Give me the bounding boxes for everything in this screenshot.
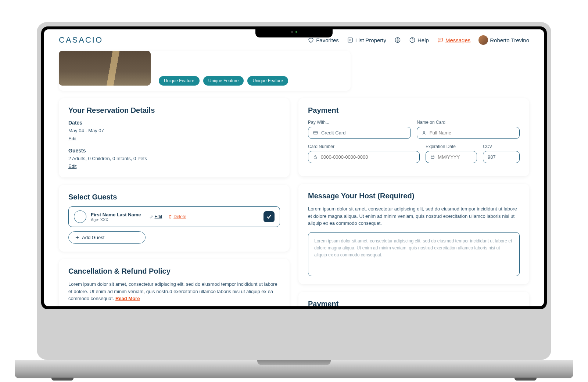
- pay-with-label: Pay With...: [308, 120, 411, 125]
- ccv-input[interactable]: [483, 151, 520, 163]
- message-host-textarea[interactable]: Lorem ipsum dolor sit amet, consectetur …: [308, 232, 520, 276]
- trash-icon: [168, 215, 172, 219]
- guests-label: Guests: [68, 148, 280, 154]
- guest-avatar: [74, 210, 86, 223]
- edit-guests-link[interactable]: Edit: [68, 163, 76, 169]
- card-number-label: Card Number: [308, 144, 420, 149]
- pencil-icon: [149, 215, 154, 219]
- payment-form-title: Payment: [308, 106, 520, 115]
- cancellation-title: Cancellation & Refund Policy: [68, 267, 280, 275]
- property-thumbnail[interactable]: [59, 51, 151, 86]
- edit-dates-link[interactable]: Edit: [68, 136, 76, 141]
- svg-rect-6: [431, 156, 434, 158]
- guest-checkbox[interactable]: [263, 211, 275, 222]
- svg-rect-3: [313, 131, 318, 134]
- brand-logo[interactable]: CASACIO: [59, 35, 103, 45]
- nav-help[interactable]: Help: [409, 37, 429, 43]
- property-tag: Unique Feature: [159, 76, 200, 86]
- heart-icon: [308, 37, 314, 43]
- add-guest-button[interactable]: Add Guest: [68, 231, 146, 244]
- user-name: Roberto Trevino: [490, 37, 529, 43]
- guest-delete-link[interactable]: Delete: [168, 214, 186, 219]
- help-icon: [409, 37, 416, 43]
- name-on-card-input[interactable]: [417, 127, 520, 139]
- reservation-title: Your Reservation Details: [68, 106, 280, 115]
- nav-profile[interactable]: Roberto Trevino: [478, 35, 529, 45]
- lock-icon: [313, 154, 318, 160]
- nav-language[interactable]: [394, 37, 401, 43]
- nav-list-property[interactable]: List Property: [347, 37, 386, 43]
- expiration-label: Expiration Date: [426, 144, 477, 149]
- avatar: [478, 35, 488, 45]
- globe-icon: [394, 37, 401, 43]
- card-payment-summary: Payment $189/night x 3 nights $567.00 Se…: [298, 292, 529, 307]
- svg-rect-5: [314, 157, 316, 159]
- card-number-input[interactable]: [308, 151, 420, 163]
- message-icon: [437, 37, 444, 43]
- dates-value: May 04 - May 07: [68, 127, 280, 134]
- credit-card-icon: [313, 130, 318, 136]
- nav-messages[interactable]: Messages: [437, 37, 470, 43]
- property-tag: Unique Feature: [203, 76, 244, 86]
- nav-favorites-label: Favorites: [316, 37, 339, 43]
- card-message-host: Message Your Host (Required) Lorem ipsum…: [298, 184, 529, 284]
- calendar-icon: [430, 154, 435, 160]
- card-reservation-details: Your Reservation Details Dates May 04 - …: [59, 98, 290, 177]
- plus-icon: [75, 235, 80, 240]
- cancellation-read-more[interactable]: Read More: [115, 296, 140, 301]
- pay-with-select[interactable]: Credit Card: [308, 127, 411, 139]
- property-tag: Unique Feature: [247, 76, 288, 86]
- guest-age: Age: XXX: [91, 217, 141, 222]
- list-icon: [347, 37, 354, 43]
- message-host-body: Lorem ipsum dolor sit amet, consectetur …: [308, 205, 520, 227]
- name-on-card-label: Name on Card: [417, 120, 520, 125]
- dates-label: Dates: [68, 120, 280, 126]
- payment-summary-title: Payment: [308, 300, 520, 307]
- add-guest-label: Add Guest: [82, 235, 104, 240]
- property-summary: Unique Feature Unique Feature Unique Fea…: [59, 51, 351, 91]
- select-guests-title: Select Guests: [68, 193, 280, 201]
- person-icon: [422, 130, 427, 136]
- card-select-guests: Select Guests First Name Last Name Age: …: [59, 185, 290, 252]
- nav-messages-label: Messages: [445, 37, 470, 43]
- message-host-title: Message Your Host (Required): [308, 192, 520, 200]
- guest-name: First Name Last Name: [91, 212, 141, 217]
- guest-edit-link[interactable]: Edit: [149, 214, 162, 219]
- guests-value: 2 Adults, 0 Children, 0 Infants, 0 Pets: [68, 155, 280, 162]
- svg-point-4: [423, 131, 425, 133]
- cancellation-body: Lorem ipsum dolor sit amet, consectetur …: [68, 281, 277, 301]
- nav-list-property-label: List Property: [355, 37, 386, 43]
- nav-help-label: Help: [417, 37, 429, 43]
- ccv-label: CCV: [483, 144, 520, 149]
- card-cancellation: Cancellation & Refund Policy Lorem ipsum…: [59, 259, 290, 306]
- nav-favorites[interactable]: Favorites: [308, 37, 339, 43]
- guest-row: First Name Last Name Age: XXX Edit: [68, 206, 280, 227]
- card-payment-form: Payment Pay With... Credit Card: [298, 98, 529, 176]
- expiration-input[interactable]: [426, 151, 477, 163]
